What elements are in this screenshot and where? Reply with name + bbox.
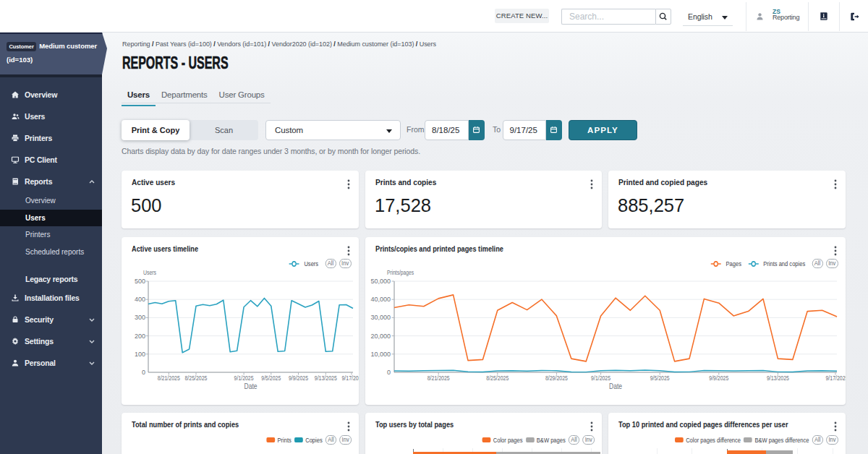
svg-text:Prints/pages: Prints/pages (387, 269, 414, 276)
svg-text:9/13/2025: 9/13/2025 (315, 374, 337, 382)
svg-text:Users: Users (143, 269, 156, 276)
svg-text:50,000: 50,000 (370, 278, 391, 285)
svg-text:0: 0 (142, 369, 145, 376)
svg-text:8/29/2025: 8/29/2025 (545, 374, 568, 382)
svg-text:8/21/2025: 8/21/2025 (427, 374, 450, 382)
svg-text:9/13/2025: 9/13/2025 (767, 374, 789, 382)
svg-text:Date: Date (609, 382, 622, 390)
svg-text:9/1/2025: 9/1/2025 (234, 374, 254, 382)
svg-text:0: 0 (387, 369, 391, 376)
svg-text:400: 400 (135, 296, 145, 303)
svg-text:9/5/2025: 9/5/2025 (650, 374, 670, 382)
svg-text:200: 200 (135, 333, 145, 340)
svg-text:9/17/2025: 9/17/2025 (342, 374, 359, 382)
svg-text:10,000: 10,000 (370, 351, 391, 358)
svg-text:8/25/2025: 8/25/2025 (486, 374, 509, 382)
svg-text:8/25/2025: 8/25/2025 (185, 374, 208, 382)
svg-text:9/9/2025: 9/9/2025 (709, 374, 728, 382)
svg-text:8/21/2025: 8/21/2025 (158, 374, 180, 382)
svg-text:9/5/2025: 9/5/2025 (261, 374, 281, 382)
svg-text:30,000: 30,000 (370, 314, 391, 321)
svg-text:300: 300 (135, 314, 145, 321)
svg-text:Date: Date (244, 382, 258, 390)
svg-text:20,000: 20,000 (370, 333, 391, 340)
svg-text:500: 500 (135, 278, 145, 285)
svg-text:9/9/2025: 9/9/2025 (289, 374, 308, 382)
svg-text:100: 100 (135, 351, 145, 358)
svg-text:40,000: 40,000 (370, 296, 391, 303)
svg-text:9/17/2025: 9/17/2025 (826, 374, 846, 382)
svg-text:9/1/2025: 9/1/2025 (591, 374, 610, 382)
